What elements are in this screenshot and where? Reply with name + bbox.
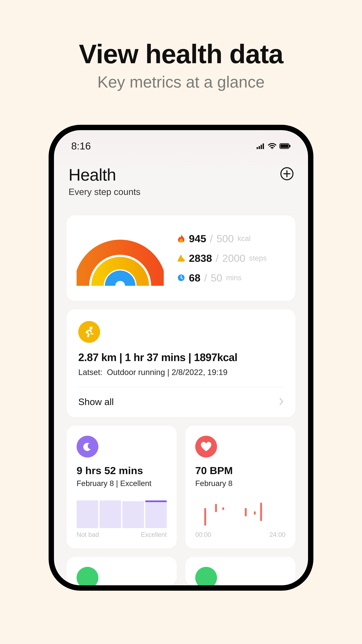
hero-title: View health data: [79, 38, 283, 70]
svg-point-4: [272, 148, 273, 149]
svg-rect-12: [204, 508, 206, 526]
heart-rate-card[interactable]: 70 BPM February 8 00:00 24:00: [185, 426, 296, 548]
sleep-scale-low: Not bad: [77, 531, 99, 538]
metric-calories: 945 / 500 kcal: [177, 232, 285, 244]
heart-icon: [195, 436, 217, 458]
extra-card-1[interactable]: [66, 557, 177, 585]
extra-card-2[interactable]: [185, 557, 296, 585]
hr-x-low: 00:00: [195, 531, 211, 538]
calories-unit: kcal: [238, 234, 251, 243]
heart-rate-date: February 8: [195, 479, 285, 488]
heart-rate-value: 70 BPM: [195, 464, 285, 476]
svg-rect-0: [257, 147, 258, 149]
add-button[interactable]: [280, 167, 294, 180]
svg-rect-6: [280, 144, 289, 148]
sleep-value: 9 hrs 52 mins: [77, 464, 167, 476]
heart-rate-chart: [195, 500, 285, 528]
svg-rect-14: [222, 507, 224, 510]
svg-rect-2: [261, 145, 262, 149]
clock-icon: [177, 274, 185, 282]
flame-icon: [177, 234, 185, 242]
svg-rect-13: [215, 504, 217, 512]
status-icons: [257, 143, 291, 149]
svg-rect-3: [263, 144, 264, 149]
svg-rect-15: [245, 508, 247, 516]
svg-rect-7: [290, 145, 291, 147]
hr-x-high: 24:00: [270, 531, 285, 538]
sleep-card[interactable]: 9 hrs 52 mins February 8 | Excellent Not…: [66, 426, 177, 548]
show-all-button[interactable]: Show all: [78, 387, 284, 417]
steps-goal: 2000: [222, 252, 245, 264]
plus-icon: [283, 170, 291, 178]
minutes-goal: 50: [211, 272, 222, 284]
moon-icon: [77, 436, 98, 458]
shoe-icon: [177, 254, 185, 262]
phone-frame: 8:16 Health Every step counts: [49, 125, 313, 591]
svg-rect-16: [254, 511, 256, 515]
sleep-chart: Not bad Excellent: [77, 500, 167, 538]
signal-icon: [257, 143, 265, 149]
status-bar: 8:16: [66, 140, 296, 152]
green-card-2-icon: [195, 567, 217, 589]
calories-value: 945: [189, 232, 206, 244]
green-card-1-icon: [77, 567, 98, 589]
hero-subtitle: Key metrics at a glance: [97, 73, 265, 91]
calories-goal: 500: [217, 232, 234, 244]
activity-summary-card[interactable]: 945 / 500 kcal 2838 / 2000 steps: [66, 215, 296, 301]
svg-rect-17: [260, 502, 262, 521]
steps-unit: steps: [249, 254, 267, 262]
svg-point-11: [89, 326, 92, 330]
workout-latest: Latset: Outdoor running | 2/8/2022, 19:1…: [78, 368, 284, 377]
workout-stats: 2.87 km | 1 hr 37 mins | 1897kcal: [78, 351, 284, 364]
sleep-scale-high: Excellent: [141, 531, 167, 538]
svg-rect-1: [259, 146, 260, 149]
wifi-icon: [268, 143, 276, 149]
show-all-label: Show all: [78, 396, 114, 407]
battery-icon: [279, 143, 291, 149]
sleep-date: February 8 | Excellent: [77, 479, 167, 488]
steps-value: 2838: [189, 252, 212, 264]
chevron-right-icon: [279, 398, 284, 406]
running-icon: [78, 321, 100, 343]
page-title: Health: [68, 165, 140, 184]
minutes-unit: mins: [226, 274, 242, 282]
minutes-value: 68: [189, 272, 200, 284]
workout-card[interactable]: 2.87 km | 1 hr 37 mins | 1897kcal Latset…: [66, 309, 296, 417]
page-subtitle: Every step counts: [68, 186, 140, 197]
status-time: 8:16: [71, 140, 91, 152]
activity-rings-icon: [77, 230, 164, 286]
metric-minutes: 68 / 50 mins: [177, 272, 285, 284]
metric-steps: 2838 / 2000 steps: [177, 252, 285, 264]
